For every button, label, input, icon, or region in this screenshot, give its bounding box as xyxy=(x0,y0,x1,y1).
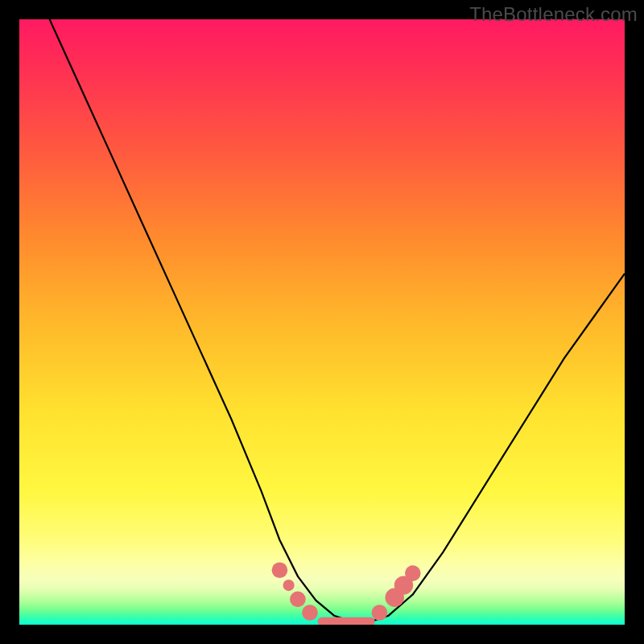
curve-svg xyxy=(19,19,625,625)
marker-dot xyxy=(372,605,388,621)
marker-dot xyxy=(405,565,421,581)
outer-frame: TheBottleneck.com xyxy=(0,0,644,644)
marker-dot xyxy=(302,605,318,621)
marker-dots xyxy=(272,563,421,621)
watermark-text: TheBottleneck.com xyxy=(469,3,638,26)
plot-area xyxy=(19,19,625,625)
marker-dot xyxy=(290,592,306,608)
bottleneck-curve xyxy=(50,19,625,621)
marker-dot xyxy=(272,563,288,579)
marker-dot xyxy=(283,580,295,591)
